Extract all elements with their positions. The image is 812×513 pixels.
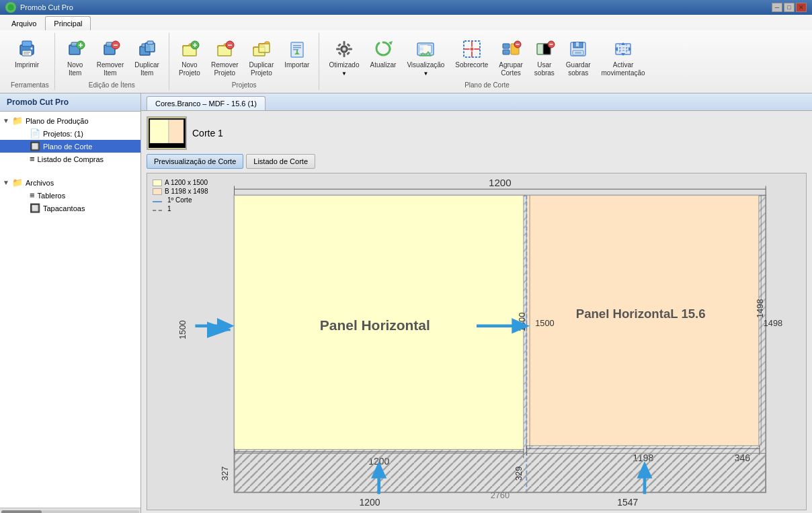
scrollbar-track bbox=[1, 510, 139, 514]
print-button[interactable]: Imprimir bbox=[11, 36, 43, 72]
duplicar-projeto-label: DuplicarProjeto bbox=[249, 61, 274, 77]
ativar-movimentacao-button[interactable]: Activarmovimentação bbox=[598, 36, 649, 80]
content-tab-main[interactable]: Cores.Branco – MDF - 15.6 (1) bbox=[147, 96, 266, 110]
usar-sobras-label: Usarsobras bbox=[534, 61, 555, 77]
cut-icon: 🔲 bbox=[30, 141, 40, 151]
title-bar-left: Promob Cut Pro bbox=[5, 2, 73, 13]
title-bar: Promob Cut Pro ─ □ ✕ bbox=[0, 0, 812, 15]
sidebar-tree: ▼ 📁 Plano de Produção 📄 Projetos: (1) 🔲 … bbox=[0, 112, 140, 508]
ativar-movimentacao-label: Activarmovimentação bbox=[602, 61, 645, 77]
svg-rect-50 bbox=[423, 45, 428, 53]
svg-text:327: 327 bbox=[220, 467, 230, 481]
cut-name-label: Corte 1 bbox=[192, 128, 223, 139]
ribbon-tabs: Arquivo Principal bbox=[0, 15, 812, 30]
importar-button[interactable]: Importar bbox=[280, 36, 313, 72]
title-controls[interactable]: ─ □ ✕ bbox=[772, 3, 807, 12]
svg-rect-3 bbox=[22, 50, 32, 56]
sobrecorte-button[interactable]: Sobrecorte bbox=[451, 36, 492, 72]
tree-item-plano-corte[interactable]: 🔲 Plano de Corte bbox=[0, 140, 140, 153]
tab-arquivo[interactable]: Arquivo bbox=[3, 16, 45, 30]
move-icon bbox=[612, 38, 634, 60]
usar-sobras-button[interactable]: Usarsobras bbox=[530, 36, 559, 80]
novo-item-button[interactable]: NovoItem bbox=[60, 36, 90, 80]
svg-rect-30 bbox=[293, 45, 301, 46]
novo-projeto-button[interactable]: NovoProjeto bbox=[175, 36, 204, 80]
doc-icon: 📄 bbox=[30, 128, 40, 139]
folder2-icon: 📁 bbox=[12, 177, 23, 188]
app-title: Promob Cut Pro bbox=[20, 3, 73, 11]
archivos-label: Archivos bbox=[26, 179, 54, 187]
svg-rect-107 bbox=[235, 453, 766, 492]
listing-button[interactable]: Listado de Corte bbox=[246, 154, 315, 169]
remover-item-button[interactable]: RemoverItem bbox=[93, 36, 128, 80]
tapacantoas-label: Tapacantoas bbox=[43, 204, 85, 212]
minimize-button[interactable]: ─ bbox=[772, 3, 782, 12]
svg-rect-19 bbox=[147, 41, 153, 44]
tree-item-tapacantoas[interactable]: 🔲 Tapacantoas bbox=[0, 202, 140, 214]
cut-header: Corte 1 bbox=[147, 116, 807, 150]
duplicate-item-icon bbox=[136, 38, 158, 60]
edicao-label: Edição de Ítens bbox=[60, 80, 163, 90]
svg-rect-2 bbox=[22, 41, 32, 46]
svg-text:1500: 1500 bbox=[535, 318, 554, 328]
svg-point-6 bbox=[31, 48, 33, 50]
group-plano-corte: Otimizado ▼ Atualizar bbox=[319, 33, 654, 90]
novo-projeto-label: NovoProjeto bbox=[179, 61, 200, 77]
preview-button[interactable]: Previsualização de Corte bbox=[147, 154, 243, 169]
svg-rect-79 bbox=[150, 120, 169, 143]
group-edicao: NovoItem RemoverItem bbox=[55, 33, 169, 90]
expand-icon: ▼ bbox=[3, 117, 11, 124]
svg-text:Panel Horizontal: Panel Horizontal bbox=[320, 317, 430, 333]
otimizado-button[interactable]: Otimizado ▼ bbox=[325, 36, 363, 79]
atualizar-button[interactable]: Atualizar bbox=[366, 36, 400, 72]
plano-corte-label: Plano de Corte bbox=[325, 80, 649, 90]
ferramentas-items: Imprimir bbox=[11, 33, 49, 80]
svg-rect-39 bbox=[348, 48, 352, 50]
scrollbar-thumb[interactable] bbox=[1, 510, 42, 514]
svg-rect-4 bbox=[24, 52, 30, 53]
svg-rect-43 bbox=[346, 52, 350, 56]
save-scraps-icon bbox=[567, 38, 589, 60]
tab-principal[interactable]: Principal bbox=[45, 16, 91, 30]
svg-rect-36 bbox=[343, 41, 345, 45]
tree-item-tableros[interactable]: ≡ Tableros bbox=[0, 189, 140, 202]
svg-rect-56 bbox=[503, 50, 510, 54]
duplicar-projeto-button[interactable]: DuplicarProjeto bbox=[245, 36, 278, 80]
svg-rect-41 bbox=[347, 43, 351, 47]
tree-item-listado-compras[interactable]: ≡ Listado de Compras bbox=[0, 153, 140, 165]
guardar-sobras-button[interactable]: Guardarsobras bbox=[562, 36, 595, 80]
print-label: Imprimir bbox=[15, 61, 39, 69]
remover-projeto-label: RemoverProjeto bbox=[211, 61, 239, 77]
agrupar-cortes-button[interactable]: AgruparCortes bbox=[495, 36, 527, 80]
svg-rect-69 bbox=[616, 44, 631, 54]
visualizacao-button[interactable]: Visualização ▼ bbox=[403, 36, 448, 79]
svg-point-54 bbox=[470, 47, 474, 51]
remove-project-icon bbox=[214, 38, 235, 60]
cut-canvas: A 1200 x 1500 B 1198 x 1498 1º Corte 1 bbox=[147, 173, 807, 510]
group-projetos: NovoProjeto RemoverProjeto bbox=[169, 33, 320, 90]
expand-archivos: ▼ bbox=[3, 179, 11, 186]
remove-item-icon bbox=[99, 38, 121, 60]
svg-text:1500: 1500 bbox=[177, 320, 188, 339]
maximize-button[interactable]: □ bbox=[784, 3, 795, 12]
svg-rect-28 bbox=[259, 44, 270, 52]
atualizar-label: Atualizar bbox=[370, 61, 396, 69]
ferramentas-label: Ferramentas bbox=[11, 80, 49, 90]
duplicar-item-button[interactable]: DuplicarItem bbox=[130, 36, 163, 80]
tapacantoas-icon: 🔲 bbox=[30, 203, 40, 213]
tree-item-archivos[interactable]: ▼ 📁 Archivos bbox=[0, 176, 140, 189]
import-icon bbox=[286, 38, 308, 60]
remover-item-label: RemoverItem bbox=[97, 61, 124, 77]
new-item-icon bbox=[65, 38, 86, 60]
sidebar: Promob Cut Pro ▼ 📁 Plano de Produção 📄 P… bbox=[0, 93, 141, 513]
tree-item-projetos[interactable]: 📄 Projetos: (1) bbox=[0, 127, 140, 140]
remover-projeto-button[interactable]: RemoverProjeto bbox=[207, 36, 243, 80]
svg-text:329: 329 bbox=[514, 467, 524, 481]
print-icon bbox=[16, 38, 38, 60]
close-button[interactable]: ✕ bbox=[796, 3, 807, 12]
content-tab-label: Cores.Branco – MDF - 15.6 (1) bbox=[155, 100, 257, 108]
cut-visualization: 1200 Panel Horizontal Panel HorizontaL 1… bbox=[147, 173, 806, 510]
main-layout: Promob Cut Pro ▼ 📁 Plano de Produção 📄 P… bbox=[0, 93, 812, 513]
tree-item-plano-producao[interactable]: ▼ 📁 Plano de Produção bbox=[0, 114, 140, 127]
svg-text:1200: 1200 bbox=[360, 497, 380, 508]
